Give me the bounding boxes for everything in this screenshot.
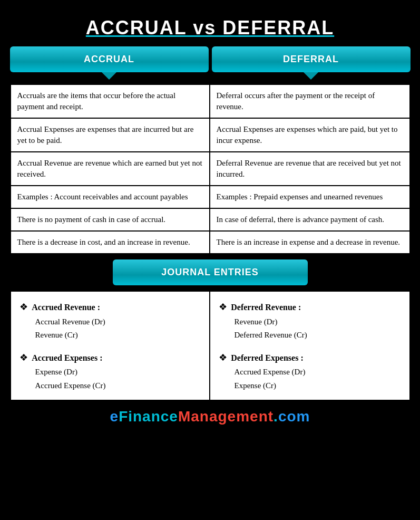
accrued-expenses-title: Accrued Expenses : xyxy=(32,353,102,362)
table-row: Accruals are the items that occur before… xyxy=(11,85,409,119)
deferred-expense-dr: Accrued Expense (Dr) xyxy=(219,365,401,379)
title-text: ACCRUAL vs DEFERRAL xyxy=(86,17,334,38)
deferred-revenue-section: ❖ Deferred Revenue : Revenue (Dr) Deferr… xyxy=(219,299,401,342)
deferred-expenses-title: Deferred Expenses : xyxy=(231,353,303,362)
table-row: Examples : Account receivables and accou… xyxy=(11,186,409,209)
deferral-cell-2: Accrual Expenses are expenses which are … xyxy=(210,119,409,151)
table-row: Accrual Revenue are revenue which are ea… xyxy=(11,152,409,186)
accrued-revenue-section: ❖ Accrued Revenue : Accrual Revenue (Dr)… xyxy=(19,299,201,342)
accrual-cell-1: Accruals are the items that occur before… xyxy=(11,85,210,118)
column-headers: ACCRUAL DEFERRAL xyxy=(10,46,411,72)
journal-left: ❖ Accrued Revenue : Accrual Revenue (Dr)… xyxy=(11,292,210,400)
comparison-table: Accruals are the items that occur before… xyxy=(10,84,411,254)
accrual-cell-3: Accrual Revenue are revenue which are ea… xyxy=(11,152,210,185)
footer-com: com xyxy=(278,408,310,425)
deferral-cell-5: In case of deferral, there is advance pa… xyxy=(210,209,409,230)
main-container: ACCRUAL vs DEFERRAL ACCRUAL DEFERRAL Acc… xyxy=(5,5,416,435)
journal-entries-header: JOURNAL ENTRIES xyxy=(113,259,308,285)
footer-e: e xyxy=(110,408,119,425)
footer-management: Management xyxy=(178,408,274,425)
deferred-revenue-cr: Deferred Revenue (Cr) xyxy=(219,329,401,342)
table-row: There is a decrease in cost, and an incr… xyxy=(11,232,409,253)
accrual-cell-6: There is a decrease in cost, and an incr… xyxy=(11,232,210,253)
accrued-expense-cr: Accrued Expense (Cr) xyxy=(19,379,201,393)
deferred-expenses-section: ❖ Deferred Expenses : Accrued Expense (D… xyxy=(219,350,401,393)
revenue-cr: Revenue (Cr) xyxy=(19,329,201,342)
accrued-revenue-title: Accrued Revenue : xyxy=(32,303,100,312)
diamond-icon-1: ❖ xyxy=(19,302,28,312)
diamond-icon-2: ❖ xyxy=(19,352,28,363)
accrued-expenses-section: ❖ Accrued Expenses : Expense (Dr) Accrue… xyxy=(19,350,201,393)
footer-finance: Finance xyxy=(119,408,178,425)
accrual-cell-5: There is no payment of cash in case of a… xyxy=(11,209,210,230)
accrual-cell-4: Examples : Account receivables and accou… xyxy=(11,186,210,208)
footer-dot: . xyxy=(274,408,278,425)
deferral-cell-3: Deferral Revenue are revenue that are re… xyxy=(210,152,409,185)
table-row: There is no payment of cash in case of a… xyxy=(11,209,409,232)
deferral-header: DEFERRAL xyxy=(212,46,411,72)
deferred-revenue-title: Deferred Revenue : xyxy=(231,303,301,312)
table-row: Accrual Expenses are expenses that are i… xyxy=(11,119,409,152)
deferral-cell-6: There is an increase in expense and a de… xyxy=(210,232,409,253)
accrual-cell-2: Accrual Expenses are expenses that are i… xyxy=(11,119,210,151)
diamond-icon-4: ❖ xyxy=(219,352,227,363)
journal-right: ❖ Deferred Revenue : Revenue (Dr) Deferr… xyxy=(210,292,409,400)
diamond-icon-3: ❖ xyxy=(219,302,227,312)
deferral-cell-4: Examples : Prepaid expenses and unearned… xyxy=(210,186,409,208)
footer-brand: eFinanceManagement.com xyxy=(10,401,411,429)
deferral-cell-1: Deferral occurs after the payment or the… xyxy=(210,85,409,118)
page-title: ACCRUAL vs DEFERRAL xyxy=(10,11,411,46)
expense-dr: Expense (Dr) xyxy=(19,365,201,379)
journal-section: ❖ Accrued Revenue : Accrual Revenue (Dr)… xyxy=(10,291,411,401)
revenue-dr: Revenue (Dr) xyxy=(219,315,401,329)
accrual-header: ACCRUAL xyxy=(10,46,209,72)
accrual-revenue-dr: Accrual Revenue (Dr) xyxy=(19,315,201,329)
deferred-expense-cr: Expense (Cr) xyxy=(219,379,401,393)
